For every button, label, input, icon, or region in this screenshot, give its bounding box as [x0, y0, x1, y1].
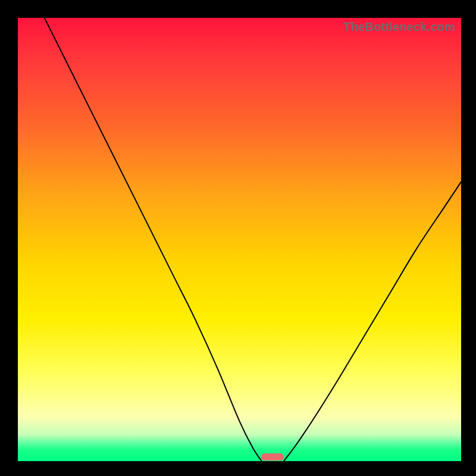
bottleneck-marker — [261, 453, 284, 461]
plot-area: TheBottleneck.com — [18, 18, 461, 461]
curve-left — [45, 18, 262, 461]
curve-right — [284, 182, 461, 461]
curve-layer — [18, 18, 461, 461]
chart-frame: TheBottleneck.com — [0, 0, 476, 476]
